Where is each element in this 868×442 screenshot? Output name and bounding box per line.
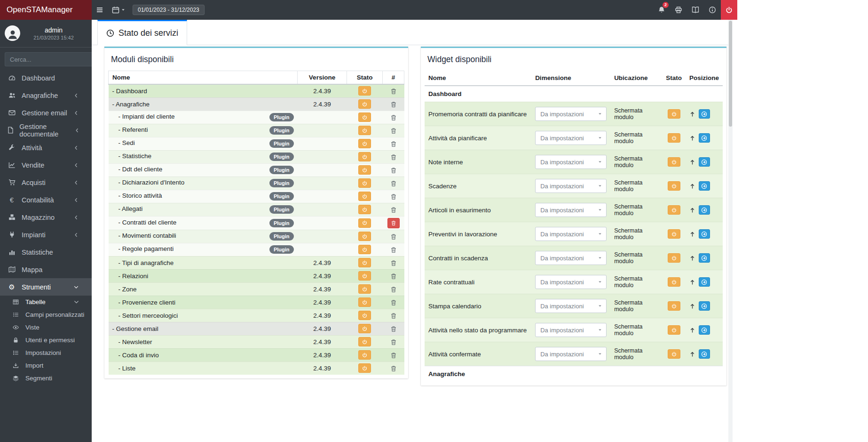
widget-move-up-button[interactable] xyxy=(689,183,695,189)
widget-move-up-button[interactable] xyxy=(689,279,695,285)
module-toggle-button[interactable] xyxy=(358,311,371,320)
widget-toggle-button[interactable] xyxy=(668,349,680,359)
widget-dimension-select[interactable]: Da impostazioni xyxy=(535,299,607,313)
widget-toggle-button[interactable] xyxy=(668,181,680,191)
widget-move-up-button[interactable] xyxy=(689,207,695,213)
module-toggle-button[interactable] xyxy=(358,258,371,267)
module-toggle-button[interactable] xyxy=(358,245,371,254)
calendar-button[interactable] xyxy=(108,0,130,20)
widget-move-button[interactable] xyxy=(699,205,710,215)
module-delete-button[interactable] xyxy=(390,114,397,121)
sidebar-item-viste[interactable]: Viste xyxy=(0,321,92,334)
widget-move-button[interactable] xyxy=(699,181,710,191)
module-toggle-button[interactable] xyxy=(358,218,371,228)
sidebar-item-import[interactable]: Import xyxy=(0,359,92,372)
module-delete-button[interactable] xyxy=(390,286,397,293)
module-delete-button[interactable] xyxy=(390,247,397,253)
module-toggle-button[interactable] xyxy=(358,324,371,333)
module-delete-button[interactable] xyxy=(390,193,397,200)
module-toggle-button[interactable] xyxy=(358,350,371,360)
sidebar-item-vendite[interactable]: Vendite xyxy=(0,156,92,174)
module-delete-button[interactable] xyxy=(390,128,397,134)
module-delete-button[interactable] xyxy=(390,167,397,174)
module-delete-button[interactable] xyxy=(390,326,397,332)
module-delete-button[interactable] xyxy=(390,273,397,280)
tab-stato-dei-servizi[interactable]: Stato dei servizi xyxy=(97,20,187,45)
module-toggle-button[interactable] xyxy=(358,271,371,281)
widget-move-button[interactable] xyxy=(699,301,710,311)
sidebar-item-campi-personalizzati[interactable]: Campi personalizzati xyxy=(0,308,92,321)
widget-move-up-button[interactable] xyxy=(689,351,695,357)
sidebar-toggle-button[interactable] xyxy=(92,0,108,20)
widget-dimension-select[interactable]: Da impostazioni xyxy=(535,203,607,217)
sidebar-item-impianti[interactable]: Impianti xyxy=(0,226,92,243)
brand-logo[interactable]: OpenSTAManager xyxy=(0,0,92,20)
sidebar-item-mappa[interactable]: Mappa xyxy=(0,261,92,278)
module-delete-button[interactable] xyxy=(390,365,397,372)
widget-move-button[interactable] xyxy=(699,325,710,335)
module-delete-button[interactable] xyxy=(390,207,397,213)
logout-button[interactable] xyxy=(721,0,737,20)
search-input[interactable] xyxy=(5,52,92,66)
module-toggle-button[interactable] xyxy=(358,337,371,346)
widget-move-up-button[interactable] xyxy=(689,231,695,237)
widget-dimension-select[interactable]: Da impostazioni xyxy=(535,155,607,169)
widget-dimension-select[interactable]: Da impostazioni xyxy=(535,347,607,361)
avatar[interactable] xyxy=(5,25,20,41)
module-toggle-button[interactable] xyxy=(358,165,371,175)
date-range-badge[interactable]: 01/01/2023 - 31/12/2023 xyxy=(133,5,205,15)
sidebar-item-utenti-e-permessi[interactable]: Utenti e permessi xyxy=(0,334,92,346)
module-delete-button[interactable] xyxy=(390,299,397,306)
widget-move-up-button[interactable] xyxy=(689,135,695,141)
module-toggle-button[interactable] xyxy=(358,152,371,161)
widget-move-button[interactable] xyxy=(699,277,710,287)
widget-toggle-button[interactable] xyxy=(668,157,680,167)
notifications-button[interactable]: 2 xyxy=(653,0,670,20)
sidebar-item-impostazioni[interactable]: Impostazioni xyxy=(0,346,92,359)
print-button[interactable] xyxy=(670,0,687,20)
sidebar-item-dashboard[interactable]: Dashboard xyxy=(0,69,92,87)
module-toggle-button[interactable] xyxy=(358,284,371,294)
sidebar-item-anagrafiche[interactable]: Anagrafiche xyxy=(0,87,92,104)
module-delete-button[interactable] xyxy=(390,233,397,240)
module-toggle-button[interactable] xyxy=(358,126,371,135)
widget-dimension-select[interactable]: Da impostazioni xyxy=(535,107,607,121)
module-delete-button[interactable] xyxy=(390,180,397,187)
vertical-scrollbar[interactable] xyxy=(728,20,733,442)
sidebar-item-strumenti[interactable]: ⚙Strumenti xyxy=(0,278,92,296)
sidebar-item-contabilità[interactable]: €Contabilità xyxy=(0,191,92,209)
module-delete-button[interactable] xyxy=(390,101,397,108)
module-delete-button[interactable] xyxy=(390,339,397,346)
module-delete-button[interactable] xyxy=(387,218,400,228)
widget-move-button[interactable] xyxy=(699,253,710,263)
sidebar-item-acquisti[interactable]: Acquisti xyxy=(0,174,92,191)
module-delete-button[interactable] xyxy=(390,352,397,359)
widget-dimension-select[interactable]: Da impostazioni xyxy=(535,323,607,337)
sidebar-item-statistiche[interactable]: Statistiche xyxy=(0,243,92,261)
widget-toggle-button[interactable] xyxy=(668,301,680,311)
widget-dimension-select[interactable]: Da impostazioni xyxy=(535,227,607,241)
widget-move-up-button[interactable] xyxy=(689,303,695,309)
module-toggle-button[interactable] xyxy=(358,139,371,148)
info-button[interactable] xyxy=(704,0,721,20)
module-toggle-button[interactable] xyxy=(358,205,371,214)
sidebar-item-segmenti[interactable]: Segmenti xyxy=(0,372,92,385)
widget-move-button[interactable] xyxy=(699,109,710,119)
widget-toggle-button[interactable] xyxy=(668,253,680,263)
widget-toggle-button[interactable] xyxy=(668,205,680,215)
widget-dimension-select[interactable]: Da impostazioni xyxy=(535,179,607,193)
widget-move-button[interactable] xyxy=(699,157,710,167)
widget-toggle-button[interactable] xyxy=(668,325,680,335)
scrollbar-thumb[interactable] xyxy=(729,21,732,127)
widget-move-button[interactable] xyxy=(699,133,710,143)
manual-button[interactable] xyxy=(687,0,704,20)
widget-dimension-select[interactable]: Da impostazioni xyxy=(535,275,607,289)
module-toggle-button[interactable] xyxy=(358,178,371,188)
module-toggle-button[interactable] xyxy=(358,232,371,241)
module-delete-button[interactable] xyxy=(390,88,397,95)
widget-toggle-button[interactable] xyxy=(668,277,680,287)
module-toggle-button[interactable] xyxy=(358,99,371,109)
module-toggle-button[interactable] xyxy=(358,192,371,201)
widget-move-button[interactable] xyxy=(699,229,710,239)
widget-dimension-select[interactable]: Da impostazioni xyxy=(535,131,607,145)
